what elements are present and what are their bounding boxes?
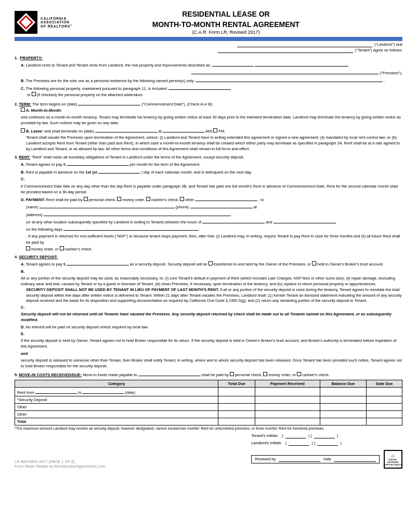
section-1a: A. Landlord rents to Tenant and Tenant r… [21, 61, 402, 76]
s2-start-date-field[interactable] [78, 100, 140, 105]
table-cell-total-total[interactable] [218, 418, 255, 425]
s5-cashier-checkbox[interactable] [297, 372, 301, 376]
logo-text: CALIFORNIAASSOCIATIONOF REALTORS® [41, 17, 72, 28]
s3d-cashier-checkbox[interactable] [146, 197, 150, 201]
table-cell-total-1[interactable] [218, 387, 255, 396]
s4e-label: E. [21, 331, 24, 337]
s3d-personal-checkbox[interactable] [84, 197, 88, 201]
s5-personal: personal check, [235, 372, 263, 378]
table-cell-duedate-2[interactable] [367, 396, 402, 403]
s1a-field2[interactable] [255, 61, 348, 66]
s2b-pm: PM. [218, 128, 225, 134]
title-line2: MONTH-TO-MONTH RENTAL AGREEMENT [72, 20, 380, 30]
reviewed-date-field[interactable] [334, 457, 376, 462]
table-cell-duedate-1[interactable] [367, 387, 402, 396]
landlord-initial-1[interactable] [289, 441, 309, 446]
section-3a: A. Tenant agrees to pay $ per month for … [21, 161, 402, 167]
s3b-day-field[interactable] [98, 168, 140, 174]
s3d-phone-field[interactable] [190, 203, 253, 208]
table-header-due: Date Due [367, 380, 402, 387]
s3d-other-field[interactable] [195, 196, 257, 201]
section-3b: B. Rent is payable in advance on the 1st… [21, 168, 402, 175]
s3d-cashier2-checkbox[interactable] [60, 246, 64, 250]
section-2-term: 2. TERM: The term begins on (date) ("Com… [15, 100, 402, 152]
table-cell-received-1[interactable] [255, 387, 320, 396]
rent-to-field[interactable] [82, 389, 124, 394]
s2b-time-field[interactable] [163, 127, 204, 132]
s1a-field1[interactable] [212, 61, 254, 66]
s1c-or: or [27, 92, 31, 98]
s3d-days-field[interactable] [63, 225, 199, 231]
table-cell-balance-3[interactable] [320, 403, 367, 410]
s3d-money2: money order, or [31, 246, 59, 252]
s4a-mid: as a security deposit. Security deposit … [130, 261, 207, 267]
table-cell-duedate-3[interactable] [367, 403, 402, 410]
landlord-initial-2[interactable] [317, 441, 338, 446]
s3d-money-checkbox[interactable] [117, 197, 121, 201]
title-line1: RESIDENTIAL LEASE OR [72, 9, 380, 20]
tenant-initial-2[interactable] [314, 433, 335, 438]
s5-intro: Move-in funds made payable to [83, 372, 137, 378]
s4a-amount-field[interactable] [67, 260, 129, 265]
s5-money: money order, or [268, 372, 296, 378]
s2a-title: Month-to-Month: [31, 108, 62, 113]
s2b-checkbox[interactable] [21, 128, 25, 132]
s1c-checkbox[interactable] [32, 92, 36, 96]
table-cell-total-balance[interactable] [320, 418, 367, 425]
section-2-num: 2. [15, 101, 18, 107]
table-cell-duedate-4[interactable] [367, 410, 402, 418]
table-header-category: Category [15, 380, 218, 387]
s1c-label: C. [21, 86, 25, 91]
tenant-name-field[interactable] [218, 48, 353, 53]
s5-payable-field[interactable] [138, 371, 201, 376]
s2b-text: and shall terminate on (date) [44, 128, 94, 134]
s5-personal-checkbox[interactable] [230, 372, 234, 376]
s3b-label: B. [21, 169, 25, 175]
s5-money-checkbox[interactable] [263, 372, 267, 376]
s3d-cashier: cashier's check, [151, 197, 179, 203]
s3d-other-checkbox[interactable] [180, 197, 184, 201]
table-cell-total-received[interactable] [255, 418, 320, 425]
s2b-pm-checkbox[interactable] [213, 128, 217, 132]
s4a-held-checkbox[interactable] [312, 261, 316, 265]
s3d-address-field[interactable] [44, 211, 231, 216]
table-row: Other [15, 410, 402, 418]
table-cell-balance-2[interactable] [320, 396, 367, 403]
table-cell-received-2[interactable] [255, 396, 320, 403]
s2a-checkbox[interactable] [21, 108, 25, 112]
table-row: Rent from to (date) [15, 387, 402, 396]
table-cell-total-3[interactable] [218, 403, 255, 410]
s3d-hours-from-field[interactable] [202, 218, 265, 223]
s3d-at: at [254, 204, 257, 210]
s2a-text: and continues as a month-to-month tenanc… [21, 114, 402, 126]
s3d-and: and [266, 219, 272, 225]
tenant-initial-1[interactable] [285, 433, 306, 438]
s1c-field[interactable] [168, 85, 231, 90]
s3d-other: other [185, 197, 194, 203]
table-cell-total-4[interactable] [218, 410, 255, 418]
form-fillable-text: Form Made Fillable by RentalLeaseAgreeme… [15, 464, 106, 469]
s4a-transferred-checkbox[interactable] [208, 261, 213, 265]
table-cell-received-3[interactable] [255, 403, 320, 410]
s3d-hours-to-field[interactable] [273, 218, 336, 223]
header-blue-bar [15, 37, 402, 41]
s1a-text: Landlord rents to Tenant and Tenant rent… [26, 62, 211, 68]
section-1c: C. The following personal property, main… [21, 85, 402, 98]
landlord-name-field[interactable] [237, 42, 372, 47]
s3d-money2-checkbox[interactable] [26, 246, 30, 250]
rent-from-field[interactable] [35, 389, 77, 394]
s3d-phone-label: (phone) [176, 204, 189, 210]
s1b-field[interactable] [196, 77, 383, 82]
s3d-name-field[interactable] [40, 203, 175, 208]
table-cell-balance-1[interactable] [320, 387, 367, 396]
table-cell-total-2[interactable] [218, 396, 255, 403]
s1a-field3[interactable] [191, 69, 379, 74]
table-cell-received-4[interactable] [255, 410, 320, 418]
table-cell-balance-4[interactable] [320, 410, 367, 418]
reviewed-by-field[interactable] [279, 457, 320, 462]
title-line3: (C.A.R. Form LR, Revised 2017) [72, 30, 380, 35]
s2b-date-field[interactable] [95, 127, 158, 132]
signature-area: ("Landlord") and ("Tenant") agree as fol… [15, 42, 402, 54]
table-cell-total-due[interactable] [367, 418, 402, 425]
s3a-amount-field[interactable] [67, 161, 129, 166]
